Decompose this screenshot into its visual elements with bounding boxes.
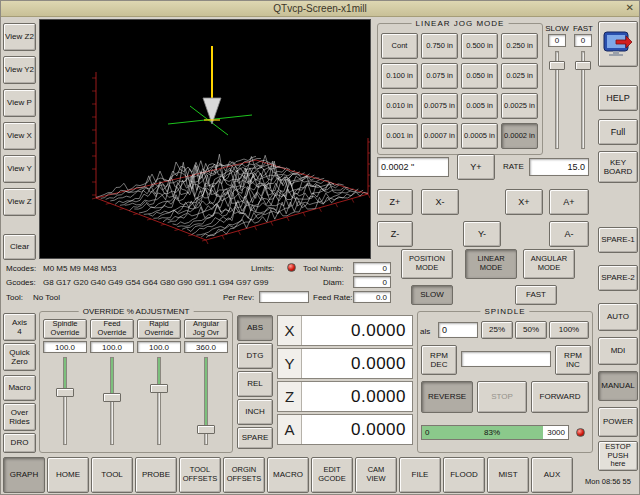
keyboard-button[interactable]: KEY BOARD [598, 151, 638, 183]
angular-jog-override-button[interactable]: Angular Jog Ovr [184, 319, 228, 339]
jog-a-minus-button[interactable]: A- [549, 221, 589, 247]
bottom-tab-origin-offsets[interactable]: ORGIN OFFSETS [223, 457, 265, 493]
bottom-tab-tool[interactable]: TOOL [91, 457, 133, 493]
view-z2-button[interactable]: View Z2 [3, 23, 36, 51]
jog-x-minus-button[interactable]: X- [421, 189, 459, 215]
bottom-tab-graph[interactable]: GRAPH [3, 457, 45, 493]
linear-mode-button[interactable]: LINEAR MODE [465, 249, 517, 279]
rapid-override-track[interactable] [157, 357, 161, 445]
jog-incr-0005-button[interactable]: 0.0005 in [461, 123, 498, 149]
spindle-100pct-button[interactable]: 100% [549, 321, 589, 339]
rpm-inc-button[interactable]: RPM INC [555, 345, 591, 375]
rapid-override-thumb[interactable] [150, 384, 168, 393]
feed-override-button[interactable]: Feed Override [90, 319, 134, 339]
feed-rate-label: Feed Rate: [313, 293, 353, 302]
jog-incr-050-button[interactable]: 0.050 in [461, 63, 498, 89]
dro-tab-spare[interactable]: SPARE [237, 427, 273, 449]
estop-button[interactable]: ESTOP PUSH here [598, 441, 638, 471]
jog-incr-010-button[interactable]: 0.010 in [381, 93, 418, 119]
exit-button[interactable] [598, 21, 638, 67]
rpm-dec-button[interactable]: RPM DEC [421, 345, 457, 375]
manual-mode-button[interactable]: MANUAL [598, 371, 638, 401]
jog-incr-001-button[interactable]: 0.001 in [381, 123, 418, 149]
jog-z-plus-button[interactable]: Z+ [377, 189, 413, 215]
jog-a-plus-button[interactable]: A+ [549, 189, 589, 215]
position-mode-button[interactable]: POSITION MODE [401, 249, 453, 279]
view-y2-button[interactable]: View Y2 [3, 56, 36, 84]
jog-y-minus-button[interactable]: Y- [463, 221, 501, 247]
spare1-button[interactable]: SPARE-1 [598, 227, 638, 253]
help-button[interactable]: HELP [598, 85, 638, 111]
auto-mode-button[interactable]: AUTO [598, 303, 638, 331]
aux-button[interactable]: AUX [531, 457, 573, 493]
jog-incr-500-button[interactable]: 0.500 in [461, 33, 498, 59]
bottom-tab-probe[interactable]: PROBE [135, 457, 177, 493]
mist-button[interactable]: MIST [487, 457, 529, 493]
spindle-at-speed-led [576, 428, 585, 437]
jog-incr-250-button[interactable]: 0.250 in [501, 33, 538, 59]
jog-incr-100-button[interactable]: 0.100 in [381, 63, 418, 89]
jog-slow-button[interactable]: SLOW [411, 285, 453, 305]
jog-incr-750-button[interactable]: 0.750 in [421, 33, 458, 59]
angular-mode-button[interactable]: ANGULAR MODE [523, 249, 575, 279]
dro-tab-abs[interactable]: ABS [237, 315, 273, 341]
titlebar[interactable]: QTvcp-Screen-x1mill ✕ [1, 1, 639, 17]
bottom-tab-file[interactable]: FILE [399, 457, 441, 493]
tab-macro[interactable]: Macro [3, 375, 36, 401]
jog-incr-cont-button[interactable]: Cont [381, 33, 418, 59]
jog-z-minus-button[interactable]: Z- [377, 221, 413, 247]
bottom-tab-edit-gcode[interactable]: EDIT GCODE [311, 457, 353, 493]
view-y-button[interactable]: View Y [3, 155, 36, 183]
slow-slider-thumb[interactable] [549, 61, 565, 70]
bottom-tab-cam-view[interactable]: CAM VIEW [355, 457, 397, 493]
spindle-override-track[interactable] [63, 357, 67, 445]
feed-override-thumb[interactable] [103, 393, 121, 402]
tab-over-rides[interactable]: Over Rides [3, 403, 36, 431]
close-icon[interactable]: ✕ [626, 2, 634, 13]
jog-y-plus-button[interactable]: Y+ [457, 154, 495, 180]
jog-incr-0075-button[interactable]: 0.0075 in [421, 93, 458, 119]
fast-slider-label: FAST [571, 24, 595, 33]
spindle-25pct-button[interactable]: 25% [481, 321, 513, 339]
tab-dro[interactable]: DRO [3, 433, 36, 453]
spare2-button[interactable]: SPARE-2 [598, 265, 638, 291]
view-z-button[interactable]: View Z [3, 188, 36, 216]
view-x-button[interactable]: View X [3, 122, 36, 150]
power-button[interactable]: POWER [598, 407, 638, 437]
jog-incr-075-button[interactable]: 0.075 in [421, 63, 458, 89]
gcode-3d-viewport[interactable] [39, 19, 371, 259]
view-clear-button[interactable]: Clear [3, 234, 36, 260]
tab-quick-zero[interactable]: Quick Zero [3, 343, 36, 371]
jog-x-plus-button[interactable]: X+ [505, 189, 543, 215]
bottom-tab-macro[interactable]: MACRO [267, 457, 309, 493]
dro-tab-rel[interactable]: REL [237, 371, 273, 397]
view-p-button[interactable]: View P [3, 89, 36, 117]
bottom-tab-home[interactable]: HOME [47, 457, 89, 493]
dro-row-z: Z 0.0000 [277, 381, 413, 412]
spindle-50pct-button[interactable]: 50% [515, 321, 547, 339]
jog-incr-0002-button[interactable]: 0.0002 in [501, 123, 538, 149]
dro-tab-dtg[interactable]: DTG [237, 343, 273, 369]
jog-incr-005-button[interactable]: 0.005 in [461, 93, 498, 119]
mdi-mode-button[interactable]: MDI [598, 337, 638, 365]
spindle-rpm-field[interactable]: 0 [438, 322, 478, 338]
full-button[interactable]: Full [598, 119, 638, 145]
spindle-stop-button[interactable]: STOP [477, 381, 527, 413]
jog-incr-025-button[interactable]: 0.025 in [501, 63, 538, 89]
jog-fast-button[interactable]: FAST [515, 285, 557, 305]
tab-axis-4[interactable]: Axis 4 [3, 313, 36, 341]
dro-tab-inch[interactable]: INCH [237, 399, 273, 425]
angular-jog-override-thumb[interactable] [197, 425, 215, 434]
spindle-forward-button[interactable]: FORWARD [531, 381, 589, 413]
rapid-override-button[interactable]: Rapid Override [137, 319, 181, 339]
dro-z-value: 0.0000 [302, 382, 412, 411]
window-title: QTvcp-Screen-x1mill [273, 3, 366, 14]
bottom-tab-tool-offsets[interactable]: TOOL OFFSETS [179, 457, 221, 493]
spindle-override-thumb[interactable] [56, 388, 74, 397]
spindle-reverse-button[interactable]: REVERSE [421, 381, 473, 413]
flood-button[interactable]: FLOOD [443, 457, 485, 493]
jog-incr-0007-button[interactable]: 0.0007 in [421, 123, 458, 149]
spindle-override-button[interactable]: Spindle Override [43, 319, 87, 339]
jog-incr-0025-button[interactable]: 0.0025 in [501, 93, 538, 119]
fast-slider-thumb[interactable] [575, 61, 591, 70]
